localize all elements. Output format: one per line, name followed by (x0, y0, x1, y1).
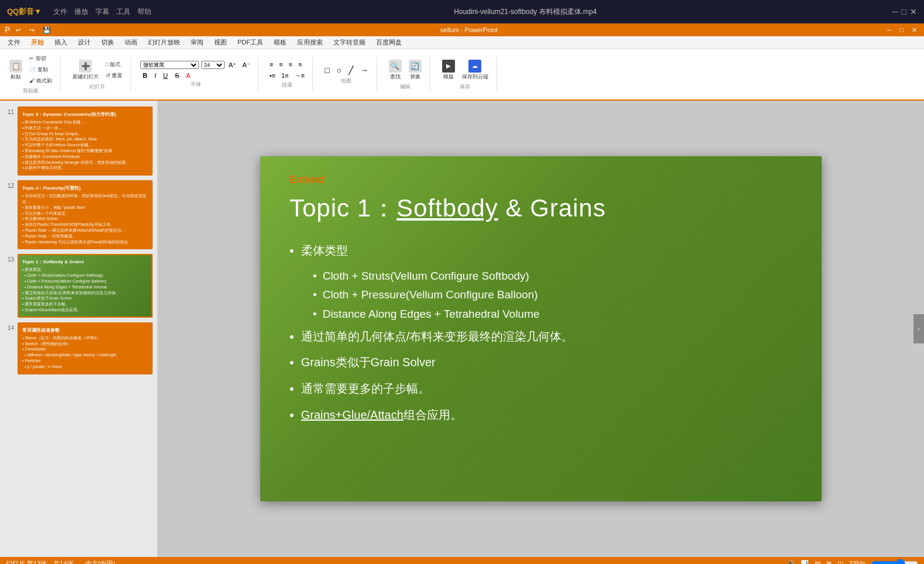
ribbon-group-font: 微软雅黑 24 A⁺ A⁻ B I U S A (138, 57, 258, 92)
font-family-select[interactable]: 微软雅黑 (140, 61, 199, 69)
quick-access-toolbar: P ↩ ↪ 💾 vellum - PowerPoint ─ □ ✕ (0, 23, 924, 36)
menu-item[interactable]: 播放 (74, 7, 88, 17)
font-size-select[interactable]: 24 (201, 61, 225, 69)
redo-btn[interactable]: ↪ (27, 26, 37, 35)
ribbon-group-drawing: □ ○ ╱ → 绘图 (320, 57, 377, 92)
font-color-btn[interactable]: A (184, 71, 192, 80)
menu-review[interactable]: 审阅 (186, 37, 208, 48)
menu-insert[interactable]: 插入 (50, 37, 72, 48)
justify-btn[interactable]: ≡ (296, 60, 304, 69)
ribbon-group-view: ▶ 模版 ☁ 保存到云端 保存 (437, 57, 497, 92)
bullet-list-btn[interactable]: •≡ (268, 71, 277, 80)
slide-editor: Extend Topic 1：Softbody & Grains • 柔体类型 … (158, 101, 924, 557)
ppt-title: vellum - PowerPoint (57, 26, 881, 33)
undo-btn[interactable]: ↩ (13, 26, 23, 35)
menu-tts[interactable]: 文字转音频 (329, 37, 370, 48)
bold-btn[interactable]: B (140, 71, 150, 80)
menu-design[interactable]: 设计 (73, 37, 95, 48)
ppt-close-btn[interactable]: ✕ (909, 26, 919, 35)
close-btn[interactable]: ✕ (910, 7, 917, 16)
save-btn[interactable]: 💾 (40, 26, 53, 35)
replace-btn[interactable]: 🔄 替换 (406, 59, 424, 82)
slide-thumb-12[interactable]: Topic 4：Plasticity(可塑性) • 当你经历过一定的幅度的时候，… (18, 180, 153, 249)
menu-item[interactable]: 工具 (116, 7, 130, 17)
slideshow-icon: ▶ (442, 60, 455, 73)
menu-pdf[interactable]: PDF工具 (233, 37, 268, 48)
arrow-shape-btn[interactable]: → (358, 64, 371, 76)
cut-btn[interactable]: ✂ 剪切 (27, 54, 54, 64)
save-cloud-btn[interactable]: ☁ 保存到云端 (460, 59, 491, 82)
slide-item-12[interactable]: 12 Topic 4：Plasticity(可塑性) • 当你经历过一定的幅度的… (4, 179, 154, 250)
paste-icon: 📋 (9, 60, 22, 73)
slide-title-part1: Topic 1： (289, 194, 397, 222)
menu-file[interactable]: 文件 (3, 37, 25, 48)
align-right-btn[interactable]: ≡ (287, 60, 294, 69)
slide-item-13[interactable]: 13 Topic 1：Softbody & Grains • 柔体类型 • Cl… (4, 253, 154, 318)
status-icon-4[interactable]: ⊞ (826, 560, 832, 565)
menu-item[interactable]: 文件 (53, 7, 67, 17)
slide-extend-label: Extend (289, 174, 792, 186)
slide-sub-bullet-1-3: • Distance Along Edges + Tetrahedral Vol… (313, 307, 792, 322)
menu-animation[interactable]: 动画 (120, 37, 142, 48)
line-shape-btn[interactable]: ╱ (346, 64, 356, 76)
menu-baidu[interactable]: 百度网盘 (371, 37, 406, 48)
italic-btn[interactable]: I (152, 71, 158, 80)
right-panel-toggle[interactable]: › (913, 314, 924, 343)
copy-btn[interactable]: 📄 复制 (27, 65, 54, 75)
slide-body: • 柔体类型 • Cloth + Struts(Vellum Configure… (289, 242, 792, 484)
slide-thumb-14[interactable]: 常用属性或者参数 • Stress（应力）内置的热传播观（XPB0） • Str… (18, 322, 153, 374)
ribbon-group-slides: ➕ 新建幻灯片 □ 版式 ↺ 重置 幻灯片 (68, 57, 132, 92)
reset-btn[interactable]: ↺ 重置 (104, 71, 125, 81)
find-btn[interactable]: 🔍 查找 (387, 59, 404, 82)
slide-item-14[interactable]: 14 常用属性或者参数 • Stress（应力）内置的热传播观（XPB0） • … (4, 321, 154, 376)
slide-item-11[interactable]: 11 Topic 3：Dynamic Constraints(动力学约束) • … (4, 105, 154, 177)
slide-panel: 11 Topic 3：Dynamic Constraints(动力学约束) • … (0, 101, 158, 557)
status-icon-5[interactable]: ◫ (837, 560, 843, 565)
status-left: 幻灯片 第13张，共14张 中文(中国) (6, 559, 115, 565)
menu-slideshow[interactable]: 幻灯片放映 (143, 37, 185, 48)
ribbon-group-clipboard: 📋 粘贴 ✂ 剪切 📄 复制 🖌 格式刷 剪贴板 (5, 57, 61, 92)
status-right: 🔊 📊 ▤ ⊞ ◫ 335% (787, 560, 918, 565)
powerpoint-app: P ↩ ↪ 💾 vellum - PowerPoint ─ □ ✕ 文件 开始 … (0, 23, 924, 564)
slideshow-btn[interactable]: ▶ 模版 (440, 59, 457, 82)
oval-shape-btn[interactable]: ○ (334, 64, 343, 76)
menu-view[interactable]: 视图 (209, 37, 232, 48)
current-slide[interactable]: Extend Topic 1：Softbody & Grains • 柔体类型 … (260, 156, 822, 501)
ppt-min-btn[interactable]: ─ (885, 26, 894, 34)
number-list-btn[interactable]: 1≡ (280, 71, 291, 80)
window-controls: ─ □ ✕ (892, 7, 917, 16)
menu-item[interactable]: 帮助 (137, 7, 151, 17)
menu-template[interactable]: 模板 (269, 37, 291, 48)
status-icon-1[interactable]: 🔊 (787, 560, 795, 565)
slide-sub-bullet-1-2: • Cloth + Pressure(Vellum Configure Ball… (313, 287, 792, 303)
font-shrink-btn[interactable]: A⁻ (240, 61, 251, 70)
menu-item[interactable]: 字幕 (95, 7, 109, 17)
qq-app-name[interactable]: QQ影音▼ (7, 6, 42, 17)
slide-thumb-11[interactable]: Topic 3：Dynamic Constraints(动力学约束) • 将Ve… (18, 106, 153, 176)
paste-btn[interactable]: 📋 粘贴 (7, 59, 25, 82)
slide-thumb-13[interactable]: Topic 1：Softbody & Grains • 柔体类型 • Cloth… (18, 254, 153, 317)
align-left-btn[interactable]: ≡ (268, 60, 275, 69)
menu-appsearch[interactable]: 应用搜索 (292, 37, 327, 48)
qq-player-titlebar: QQ影音▼ 文件 播放 字幕 工具 帮助 Houdini-vellum21-so… (0, 0, 924, 23)
strikethrough-btn[interactable]: S (173, 71, 181, 80)
font-grow-btn[interactable]: A⁺ (227, 61, 238, 70)
ppt-max-btn[interactable]: □ (897, 26, 906, 34)
layout-btn[interactable]: □ 版式 (104, 60, 125, 70)
zoom-slider[interactable] (871, 560, 918, 564)
indent-btn[interactable]: →≡ (293, 71, 306, 80)
slide-sub-bullets-1: • Cloth + Struts(Vellum Configure Softbo… (313, 269, 792, 322)
new-slide-btn[interactable]: ➕ 新建幻灯片 (70, 59, 101, 82)
underline-btn[interactable]: U (161, 71, 170, 80)
align-center-btn[interactable]: ≡ (277, 60, 284, 69)
menu-transition[interactable]: 切换 (96, 37, 119, 48)
format-painter-btn[interactable]: 🖌 格式刷 (27, 76, 54, 86)
status-icon-2[interactable]: 📊 (801, 560, 809, 565)
minimize-btn[interactable]: ─ (892, 7, 898, 16)
find-icon: 🔍 (389, 60, 402, 73)
status-icon-3[interactable]: ▤ (815, 560, 820, 565)
menu-home[interactable]: 开始 (26, 37, 49, 48)
restore-btn[interactable]: □ (902, 7, 906, 16)
ribbon-content: 📋 粘贴 ✂ 剪切 📄 复制 🖌 格式刷 剪贴板 ➕ 新建幻灯片 (0, 49, 924, 99)
rect-shape-btn[interactable]: □ (322, 64, 332, 76)
